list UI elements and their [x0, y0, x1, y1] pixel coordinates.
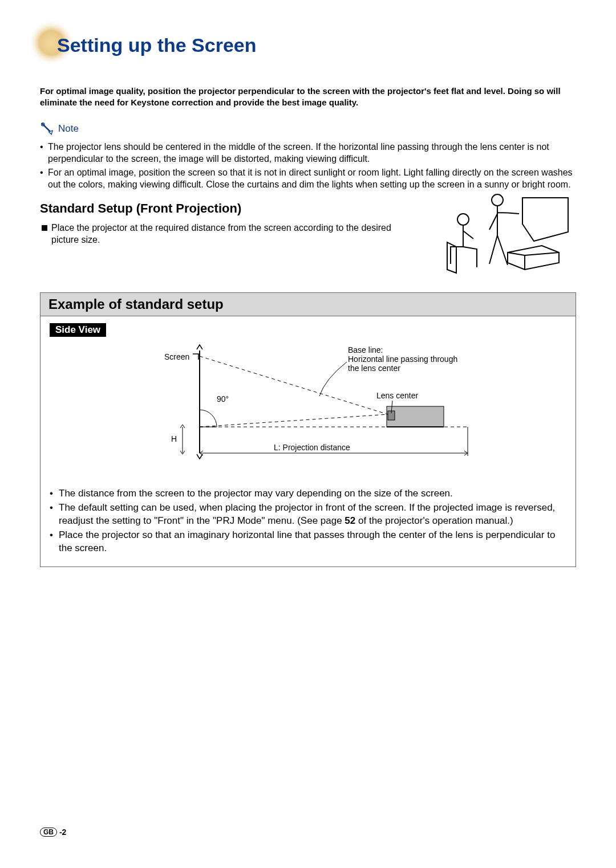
list-item: Place the projector at the required dist…: [40, 222, 411, 246]
list-item: The default setting can be used, when pl…: [50, 502, 566, 528]
svg-point-5: [492, 194, 503, 206]
page-title: Setting up the Screen: [57, 34, 257, 56]
example-box: Example of standard setup Side View Scre…: [40, 292, 576, 567]
language-badge: GB: [40, 828, 57, 837]
diagram-label-h: H: [171, 434, 177, 443]
example-heading: Example of standard setup: [40, 293, 576, 316]
page-number: -2: [59, 828, 66, 837]
standard-setup-heading: Standard Setup (Front Projection): [40, 201, 411, 216]
intro-paragraph: For optimal image quality, position the …: [40, 85, 576, 109]
svg-rect-8: [387, 406, 444, 427]
list-item: For an optimal image, position the scree…: [40, 166, 576, 191]
diagram-label-base1: Base line:: [348, 345, 383, 354]
diagram-label-l: L: Projection distance: [274, 443, 350, 452]
note-icon: [40, 121, 55, 136]
svg-point-6: [457, 214, 469, 225]
svg-line-4: [525, 252, 559, 255]
diagram-label-lens: Lens center: [376, 391, 418, 400]
list-item: Place the projector so that an imaginary…: [50, 529, 566, 555]
side-view-badge: Side View: [50, 323, 106, 337]
svg-line-3: [508, 252, 525, 255]
diagram-label-base3: the lens center: [348, 364, 400, 373]
diagram-label-screen: Screen: [164, 352, 189, 361]
example-bullet-list: The distance from the screen to the proj…: [50, 487, 566, 555]
side-view-diagram: Screen 90°: [103, 339, 513, 476]
diagram-label-angle: 90°: [217, 394, 229, 404]
note-bullet-list: The projector lens should be centered in…: [40, 141, 576, 191]
list-item: The projector lens should be centered in…: [40, 141, 576, 165]
svg-line-12: [200, 414, 388, 427]
projection-illustration: [428, 190, 576, 281]
note-label: Note: [58, 123, 79, 135]
diagram-label-base2: Horizontal line passing through: [348, 354, 457, 364]
list-item: The distance from the screen to the proj…: [50, 487, 566, 500]
page-footer: GB -2: [40, 827, 66, 837]
